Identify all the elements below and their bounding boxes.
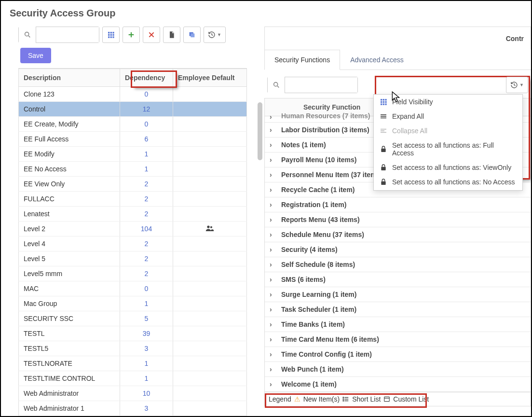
svg-rect-8 bbox=[108, 36, 109, 38]
dependency-link[interactable]: 12 bbox=[143, 105, 150, 113]
search-button[interactable] bbox=[19, 27, 36, 43]
col-employee-default[interactable]: Employee Default bbox=[173, 69, 247, 87]
dependency-link[interactable]: 1 bbox=[145, 300, 149, 307]
cell-dependency: 6 bbox=[120, 132, 173, 147]
table-row[interactable]: TESTLNORATE1 bbox=[19, 356, 247, 371]
menu-view-only[interactable]: Set access to all functions as: ViewOnly bbox=[374, 160, 522, 175]
table-row[interactable]: TESTL39 bbox=[19, 326, 247, 341]
dependency-link[interactable]: 0 bbox=[145, 120, 149, 128]
cell-dependency: 10 bbox=[120, 386, 173, 401]
dependency-link[interactable]: 1 bbox=[145, 150, 149, 158]
function-row[interactable]: ›Time Card Menu Item (6 items) bbox=[265, 332, 531, 347]
function-row[interactable]: ›Time Control Config (1 item) bbox=[265, 347, 531, 362]
people-icon bbox=[205, 225, 214, 232]
col-dependency[interactable]: Dependency bbox=[120, 69, 173, 87]
table-row[interactable]: FULLACC2 bbox=[19, 192, 247, 207]
table-row[interactable]: Control12 bbox=[19, 102, 247, 117]
function-row[interactable]: ›Security (4 items) bbox=[265, 242, 531, 257]
function-row[interactable]: ›Task Scheduler (1 item) bbox=[265, 302, 531, 317]
right-search-button[interactable] bbox=[268, 77, 285, 93]
dependency-link[interactable]: 0 bbox=[145, 285, 149, 292]
table-row[interactable]: Level 42 bbox=[19, 236, 247, 251]
scrollbar[interactable] bbox=[258, 102, 262, 160]
table-row[interactable]: Clone 1230 bbox=[19, 87, 247, 102]
right-history-button[interactable]: ▼ bbox=[506, 77, 528, 93]
function-row[interactable]: ›Surge Learning (1 item) bbox=[265, 287, 531, 302]
function-row[interactable]: ›Self Schedule (8 items) bbox=[265, 257, 531, 272]
table-row[interactable]: EE Full Access6 bbox=[19, 132, 247, 147]
menu-full-access[interactable]: Set access to all functions as: Full Acc… bbox=[374, 138, 522, 160]
menu-collapse-all[interactable]: Collapse All bbox=[374, 124, 522, 138]
function-label: Reports Menu (43 items) bbox=[281, 216, 360, 223]
dependency-link[interactable]: 1 bbox=[145, 375, 149, 382]
table-row[interactable]: Web Administrator10 bbox=[19, 386, 247, 401]
dependency-link[interactable]: 1 bbox=[145, 165, 149, 173]
dependency-link[interactable]: 2 bbox=[145, 210, 149, 218]
dependency-link[interactable]: 2 bbox=[145, 240, 149, 248]
table-row[interactable]: Level 52 bbox=[19, 251, 247, 266]
history-button[interactable]: ▼ bbox=[204, 27, 226, 43]
table-row[interactable]: Level5 mmm2 bbox=[19, 266, 247, 281]
copy-button[interactable] bbox=[183, 27, 201, 43]
function-row[interactable]: ›Registration (1 item) bbox=[265, 197, 531, 212]
export-button[interactable] bbox=[163, 27, 180, 43]
function-row[interactable]: ›Schedule Menu (37 items) bbox=[265, 227, 531, 242]
col-description[interactable]: Description bbox=[19, 69, 120, 87]
cell-description: Clone 123 bbox=[19, 87, 120, 102]
dependency-link[interactable]: 0 bbox=[145, 90, 149, 98]
dependency-link[interactable]: 3 bbox=[145, 404, 149, 412]
dependency-link[interactable]: 2 bbox=[145, 270, 149, 278]
tab-security-functions[interactable]: Security Functions bbox=[264, 50, 340, 70]
save-button[interactable]: Save bbox=[20, 48, 51, 63]
cell-description: TESTLNORATE bbox=[19, 356, 120, 371]
dependency-link[interactable]: 3 bbox=[145, 345, 149, 352]
table-row[interactable]: TESTL53 bbox=[19, 341, 247, 356]
table-row[interactable]: Web Administrator 13 bbox=[19, 401, 247, 416]
dependency-link[interactable]: 39 bbox=[143, 330, 150, 337]
table-row[interactable]: EE No Access1 bbox=[19, 162, 247, 177]
table-row[interactable]: EE Create, Modify0 bbox=[19, 117, 247, 132]
table-row[interactable]: Lenatest2 bbox=[19, 207, 247, 222]
cell-description: Web Administrator bbox=[19, 386, 120, 401]
table-row[interactable]: TESTLTIME CONTROL1 bbox=[19, 371, 247, 386]
tab-advanced-access[interactable]: Advanced Access bbox=[340, 50, 414, 70]
cell-dependency: 0 bbox=[120, 117, 173, 132]
right-panel: Contr Security Functions Advanced Access… bbox=[261, 24, 531, 415]
right-header-title: Contr bbox=[506, 35, 524, 42]
right-search-input[interactable] bbox=[285, 77, 357, 93]
dependency-link[interactable]: 104 bbox=[141, 225, 152, 233]
table-row[interactable]: SECURITY SSC5 bbox=[19, 311, 247, 326]
dependency-link[interactable]: 2 bbox=[145, 180, 149, 188]
table-row[interactable]: Level 2104 bbox=[19, 222, 247, 236]
function-row[interactable]: ›Reports Menu (43 items) bbox=[265, 212, 531, 227]
table-row[interactable]: EE View Only2 bbox=[19, 177, 247, 192]
menu-expand-all[interactable]: Expand All bbox=[374, 109, 522, 124]
file-icon bbox=[168, 31, 176, 39]
table-row[interactable]: EE Modify1 bbox=[19, 147, 247, 162]
table-row[interactable]: MAC0 bbox=[19, 281, 247, 296]
dependency-link[interactable]: 2 bbox=[145, 195, 149, 203]
grid-view-button[interactable] bbox=[102, 27, 120, 43]
delete-button[interactable] bbox=[143, 27, 160, 43]
dependency-link[interactable]: 6 bbox=[145, 135, 149, 143]
function-row[interactable]: ›Time Banks (1 item) bbox=[265, 317, 531, 332]
function-label: Surge Learning (1 item) bbox=[281, 291, 356, 298]
dependency-link[interactable]: 1 bbox=[145, 360, 149, 367]
search-input[interactable] bbox=[36, 27, 99, 42]
function-row[interactable]: ›Welcome (1 item) bbox=[265, 377, 531, 392]
table-row[interactable]: Mac Group1 bbox=[19, 296, 247, 311]
cell-employee-default bbox=[173, 371, 247, 386]
chevron-right-icon: › bbox=[270, 291, 276, 298]
function-row[interactable]: ›Web Punch (1 item) bbox=[265, 362, 531, 377]
dependency-link[interactable]: 2 bbox=[145, 255, 149, 263]
function-row[interactable]: ›SMS (6 items) bbox=[265, 272, 531, 287]
dependency-link[interactable]: 5 bbox=[145, 315, 149, 322]
menu-no-access[interactable]: Set access to all functions as: No Acces… bbox=[374, 175, 522, 190]
svg-rect-2 bbox=[108, 32, 109, 33]
cell-employee-default bbox=[173, 236, 247, 251]
menu-field-visibility[interactable]: Field Visibility bbox=[374, 95, 522, 109]
cell-dependency: 0 bbox=[120, 281, 173, 296]
dependency-link[interactable]: 10 bbox=[143, 389, 150, 397]
add-button[interactable] bbox=[123, 27, 140, 43]
cell-description: EE Create, Modify bbox=[19, 117, 120, 132]
